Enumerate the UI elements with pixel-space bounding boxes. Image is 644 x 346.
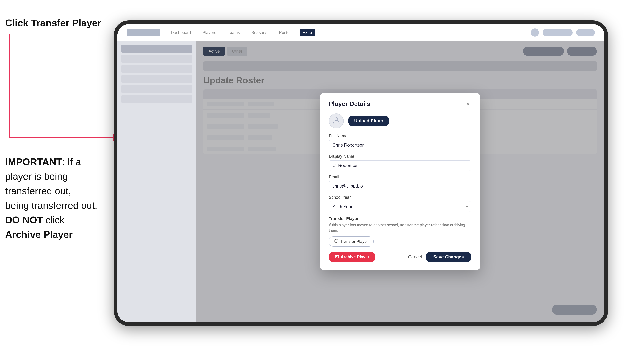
sidebar — [118, 41, 196, 322]
instruction-archive-player: Archive Player — [5, 229, 72, 240]
nav-item-teams[interactable]: Teams — [225, 29, 243, 36]
modal-title: Player Details — [329, 100, 370, 107]
save-changes-button[interactable]: Save Changes — [426, 252, 471, 262]
tablet-device: Dashboard Players Teams Seasons Roster E… — [114, 20, 608, 326]
full-name-input[interactable] — [329, 140, 471, 150]
sidebar-item-5[interactable] — [121, 85, 192, 93]
archive-icon — [335, 254, 339, 260]
instruction-rest2: click — [43, 214, 64, 225]
transfer-icon — [334, 239, 338, 244]
email-input[interactable] — [329, 181, 471, 191]
arrow-horizontal-line — [9, 137, 119, 138]
instruction-do-not: DO NOT — [5, 214, 43, 225]
avatar-placeholder — [329, 113, 344, 128]
content-area: Active Other Update Roster — [118, 41, 604, 322]
instruction-bottom: IMPORTANT: If a player is being transfer… — [5, 155, 102, 242]
svg-point-0 — [335, 118, 338, 121]
app-bar: Dashboard Players Teams Seasons Roster E… — [118, 24, 604, 41]
instruction-top: Click Transfer Player — [5, 17, 101, 29]
arrow-vertical-line — [9, 33, 10, 138]
instruction-being-transferred: being transferred out, — [5, 200, 97, 211]
sidebar-item-2[interactable] — [121, 55, 192, 63]
modal-close-button[interactable]: × — [464, 101, 471, 107]
display-name-label: Display Name — [329, 154, 471, 159]
archive-player-button[interactable]: Archive Player — [329, 252, 375, 262]
school-year-label: School Year — [329, 195, 471, 200]
sidebar-item-3[interactable] — [121, 65, 192, 73]
player-details-modal: Player Details × — [320, 93, 480, 270]
modal-overlay: Player Details × — [196, 41, 604, 322]
instruction-top-prefix: Click — [5, 17, 31, 28]
school-year-select-wrapper: Sixth Year First Year Second Year Third … — [329, 201, 471, 212]
user-avatar — [531, 28, 539, 37]
app-nav: Dashboard Players Teams Seasons Roster E… — [168, 29, 315, 36]
transfer-section: Transfer Player If this player has moved… — [329, 216, 471, 247]
nav-item-seasons[interactable]: Seasons — [248, 29, 270, 36]
cancel-button[interactable]: Cancel — [408, 254, 422, 260]
modal-footer: Archive Player Cancel Save Changes — [329, 252, 471, 262]
app-logo — [127, 29, 160, 36]
school-year-select[interactable]: Sixth Year First Year Second Year Third … — [329, 201, 471, 212]
sidebar-item-4[interactable] — [121, 75, 192, 83]
nav-item-dashboard[interactable]: Dashboard — [168, 29, 194, 36]
transfer-description: If this player has moved to another scho… — [329, 222, 471, 233]
email-label: Email — [329, 174, 471, 179]
email-group: Email — [329, 174, 471, 191]
display-name-group: Display Name — [329, 154, 471, 171]
archive-button-label: Archive Player — [341, 255, 369, 259]
tablet-screen: Dashboard Players Teams Seasons Roster E… — [118, 24, 604, 322]
nav-item-players[interactable]: Players — [200, 29, 219, 36]
instruction-important: IMPORTANT — [5, 157, 62, 167]
svg-rect-2 — [335, 255, 338, 256]
sidebar-item-6[interactable] — [121, 95, 192, 103]
nav-item-active[interactable]: Extra — [300, 29, 315, 36]
modal-header: Player Details × — [329, 100, 471, 107]
account-button[interactable] — [543, 29, 572, 36]
full-name-label: Full Name — [329, 134, 471, 138]
nav-item-roster[interactable]: Roster — [276, 29, 294, 36]
settings-button[interactable] — [576, 29, 595, 36]
user-icon — [332, 116, 340, 126]
sidebar-item-1[interactable] — [121, 45, 192, 53]
transfer-button-label: Transfer Player — [340, 239, 368, 244]
transfer-player-button[interactable]: Transfer Player — [329, 236, 374, 247]
display-name-input[interactable] — [329, 160, 471, 171]
instruction-top-bold: Transfer Player — [31, 17, 101, 28]
app-bar-right — [531, 28, 595, 37]
footer-right-actions: Cancel Save Changes — [408, 252, 471, 262]
photo-upload-row: Upload Photo — [329, 113, 471, 128]
main-content: Active Other Update Roster — [196, 41, 604, 322]
school-year-group: School Year Sixth Year First Year Second… — [329, 195, 471, 212]
full-name-group: Full Name — [329, 134, 471, 150]
upload-photo-button[interactable]: Upload Photo — [348, 116, 389, 126]
transfer-label: Transfer Player — [329, 216, 471, 221]
